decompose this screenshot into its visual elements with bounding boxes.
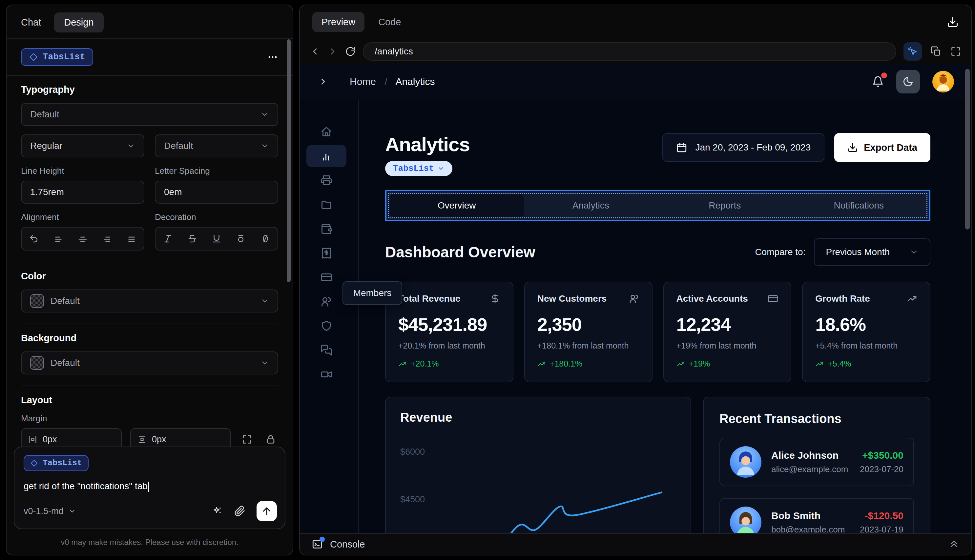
overline-icon[interactable]: [234, 232, 248, 245]
avatar-bob: [730, 507, 761, 533]
export-data-button[interactable]: Export Data: [834, 133, 930, 162]
send-button[interactable]: [257, 501, 277, 521]
user-avatar[interactable]: [932, 71, 954, 92]
sidebar-item-billing[interactable]: [306, 242, 346, 264]
copy-icon[interactable]: [930, 46, 942, 57]
margin-lock-icon[interactable]: [263, 432, 278, 447]
console-bar[interactable]: Console: [300, 533, 971, 555]
download-icon[interactable]: [947, 16, 958, 28]
panel-tab-bar: Chat Design: [7, 5, 293, 39]
more-options-icon[interactable]: [267, 52, 278, 63]
tab-chat[interactable]: Chat: [21, 17, 41, 28]
tabslist-context-chip[interactable]: TabsList: [23, 455, 88, 471]
transaction-amount: +$350.00: [860, 450, 903, 461]
align-right-icon[interactable]: [100, 232, 114, 245]
no-decoration-icon[interactable]: [259, 232, 272, 245]
color-label: Color: [21, 271, 278, 282]
back-icon[interactable]: [310, 46, 320, 57]
tab-overview[interactable]: Overview: [390, 195, 524, 217]
breadcrumb-home[interactable]: Home: [350, 76, 376, 87]
sidebar-item-analytics[interactable]: [306, 145, 346, 167]
dashboard-tabs: Overview Analytics Reports Notifications: [386, 191, 929, 220]
diamond-icon: [29, 52, 38, 62]
users-icon: [629, 293, 639, 304]
color-select[interactable]: Default: [21, 290, 278, 312]
refresh-icon[interactable]: [345, 46, 356, 57]
prompt-composer[interactable]: TabsList get rid of the "notifications" …: [14, 447, 285, 529]
url-input[interactable]: /analytics: [363, 42, 896, 61]
trending-up-icon: [907, 293, 917, 304]
underline-icon[interactable]: [210, 232, 224, 245]
attach-paperclip-icon[interactable]: [234, 505, 245, 517]
sidebar-item-members[interactable]: [306, 290, 346, 313]
dollar-icon: [490, 293, 500, 304]
background-select[interactable]: Default: [21, 352, 278, 375]
sidebar-item-video[interactable]: [306, 363, 346, 385]
compare-select[interactable]: Previous Month: [814, 238, 930, 266]
breadcrumb: Home / Analytics: [350, 76, 435, 87]
align-justify-icon[interactable]: [125, 232, 139, 245]
sidebar-item-cards[interactable]: [306, 266, 346, 288]
sidebar-item-wallet[interactable]: [306, 218, 346, 240]
forward-icon[interactable]: [327, 46, 338, 57]
trending-up-icon: [398, 360, 407, 368]
tabslist-selection-badge[interactable]: TabsList: [385, 161, 452, 176]
margin-expand-icon[interactable]: [239, 432, 255, 447]
stat-card-growth-rate[interactable]: Growth Rate 18.6% +5.4% from last month …: [802, 282, 930, 382]
preview-scrollbar[interactable]: [965, 69, 970, 230]
chevrons-up-icon[interactable]: [949, 539, 959, 550]
sidebar-expand-icon[interactable]: [318, 77, 328, 87]
undo-icon[interactable]: [27, 232, 41, 245]
model-select[interactable]: v0-1.5-md: [23, 506, 76, 517]
tab-notifications[interactable]: Notifications: [792, 195, 926, 217]
panel-scrollbar[interactable]: [287, 39, 290, 282]
stat-card-total-revenue[interactable]: Total Revenue $45,231.89 +20.1% from las…: [385, 282, 513, 382]
italic-icon[interactable]: [161, 232, 175, 245]
transaction-row[interactable]: Bob Smith bob@example.com -$120.50 2023-…: [720, 498, 914, 533]
fullscreen-icon[interactable]: [950, 46, 961, 57]
text-caret: [148, 482, 149, 492]
tab-code[interactable]: Code: [378, 17, 401, 28]
transparent-swatch-icon: [30, 294, 44, 308]
credit-card-icon: [768, 293, 778, 304]
chevron-down-icon: [260, 142, 269, 150]
alignment-label: Alignment: [21, 212, 144, 222]
letter-spacing-input[interactable]: 0em: [155, 181, 278, 203]
enhance-sparkles-icon[interactable]: [212, 505, 223, 517]
app-viewport: Home / Analytics: [300, 63, 971, 533]
prompt-input[interactable]: get rid of the "notifications" tab: [23, 481, 275, 492]
transaction-row[interactable]: Alice Johnson alice@example.com +$350.00…: [720, 438, 914, 486]
notifications-bell-icon[interactable]: [872, 76, 884, 88]
theme-toggle-moon-icon[interactable]: [896, 70, 920, 93]
compare-label: Compare to:: [755, 247, 805, 257]
trending-up-icon: [676, 360, 685, 368]
sidebar-item-security[interactable]: [306, 315, 346, 337]
sidebar-item-files[interactable]: [306, 193, 346, 216]
design-select-pointer-icon[interactable]: [903, 42, 922, 61]
tab-preview[interactable]: Preview: [312, 12, 364, 32]
tabslist-chip[interactable]: TabsList: [21, 48, 93, 66]
tab-analytics[interactable]: Analytics: [524, 195, 658, 217]
font-select[interactable]: Default: [21, 103, 278, 126]
align-left-icon[interactable]: [52, 232, 65, 245]
date-range-picker[interactable]: Jan 20, 2023 - Feb 09, 2023: [662, 133, 825, 162]
sidebar-item-invoices[interactable]: [306, 169, 346, 192]
dashboard-content: Analytics TabsList Jan 20, 2023 - Feb 09…: [359, 100, 971, 533]
transactions-title: Recent Transactions: [720, 412, 914, 426]
stat-card-new-customers[interactable]: New Customers 2,350 +180.1% from last mo…: [524, 282, 653, 382]
revenue-chart-title: Revenue: [400, 410, 681, 425]
stat-card-active-accounts[interactable]: Active Accounts 12,234 +19% from last mo…: [663, 282, 791, 382]
download-icon: [847, 142, 858, 153]
sidebar-item-messages[interactable]: [306, 339, 346, 361]
line-height-input[interactable]: 1.75rem: [21, 181, 144, 203]
tab-reports[interactable]: Reports: [658, 195, 792, 217]
typography-label: Typography: [21, 84, 278, 95]
notification-dot: [881, 72, 887, 78]
sidebar-item-home[interactable]: [306, 121, 346, 143]
strikethrough-icon[interactable]: [185, 232, 199, 245]
tab-design[interactable]: Design: [54, 12, 104, 32]
font-size-select[interactable]: Default: [155, 135, 278, 157]
align-center-icon[interactable]: [76, 232, 90, 245]
font-weight-select[interactable]: Regular: [21, 135, 144, 157]
chevron-down-icon: [68, 507, 76, 515]
